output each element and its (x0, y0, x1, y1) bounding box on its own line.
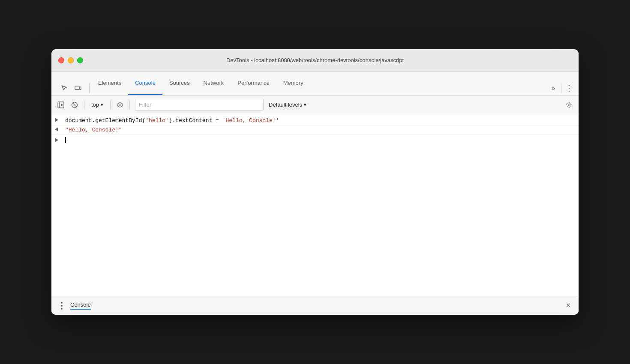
console-output[interactable]: document.getElementById('hello').textCon… (51, 114, 579, 296)
tabs-bar: Elements Console Sources Network Perform… (51, 72, 579, 95)
console-line-input: document.getElementById('hello').textCon… (51, 116, 579, 125)
inspect-icon[interactable] (58, 82, 70, 94)
device-toolbar-icon[interactable] (72, 82, 84, 94)
console-settings-button[interactable] (563, 99, 575, 111)
devtools-window: DevTools - localhost:8080/web/tools/chro… (51, 49, 579, 315)
active-input[interactable] (63, 137, 575, 143)
window-title: DevTools - localhost:8080/web/tools/chro… (226, 57, 404, 63)
input-arrow (55, 117, 63, 122)
console-command: document.getElementById('hello').textCon… (63, 117, 575, 124)
svg-marker-11 (55, 138, 58, 142)
tab-performance[interactable]: Performance (231, 72, 276, 95)
filter-input[interactable] (139, 101, 260, 108)
prompt-arrow (55, 137, 63, 142)
console-input-line[interactable] (51, 135, 579, 144)
svg-rect-1 (80, 87, 81, 90)
toolbar-divider-1 (84, 101, 84, 109)
close-drawer-button[interactable]: × (563, 301, 573, 311)
bottom-console-tab[interactable]: Console (70, 301, 91, 310)
dot-2 (61, 305, 63, 307)
tab-network[interactable]: Network (197, 72, 231, 95)
more-tabs-button[interactable]: » (547, 82, 559, 94)
sidebar-panel-button[interactable] (55, 99, 67, 111)
context-selector[interactable]: top ▾ (88, 100, 107, 110)
dot-3 (61, 308, 63, 310)
svg-point-7 (119, 104, 121, 106)
log-levels-button[interactable]: Default levels ▾ (265, 100, 310, 110)
svg-rect-0 (75, 86, 79, 90)
console-toolbar: top ▾ Default levels ▾ (51, 95, 579, 114)
title-bar: DevTools - localhost:8080/web/tools/chro… (51, 49, 579, 72)
eye-icon-button[interactable] (114, 99, 126, 111)
svg-line-6 (72, 103, 77, 107)
close-button[interactable] (58, 57, 64, 63)
tab-sources[interactable]: Sources (162, 72, 197, 95)
drawer-menu-button[interactable] (57, 301, 67, 311)
svg-marker-10 (55, 127, 58, 131)
minimize-button[interactable] (68, 57, 74, 63)
console-line-output: "Hello, Console!" (51, 125, 579, 135)
toolbar-divider-2 (110, 101, 111, 109)
filter-input-container (135, 99, 264, 111)
traffic-lights (58, 57, 83, 63)
devtools-menu-button[interactable]: ⋮ (563, 82, 575, 94)
clear-console-button[interactable] (69, 99, 81, 111)
tabs-icons (55, 82, 87, 94)
output-arrow (55, 127, 63, 131)
svg-marker-4 (61, 104, 63, 106)
console-result: "Hello, Console!" (63, 127, 575, 133)
tab-memory[interactable]: Memory (276, 72, 310, 95)
cursor (65, 137, 66, 143)
tab-elements[interactable]: Elements (91, 72, 128, 95)
svg-marker-9 (55, 118, 58, 122)
bottom-bar: Console × (51, 296, 579, 315)
dot-1 (61, 302, 63, 304)
maximize-button[interactable] (77, 57, 83, 63)
toolbar-divider-3 (129, 101, 130, 109)
tab-console[interactable]: Console (128, 72, 162, 95)
svg-point-8 (568, 104, 570, 106)
